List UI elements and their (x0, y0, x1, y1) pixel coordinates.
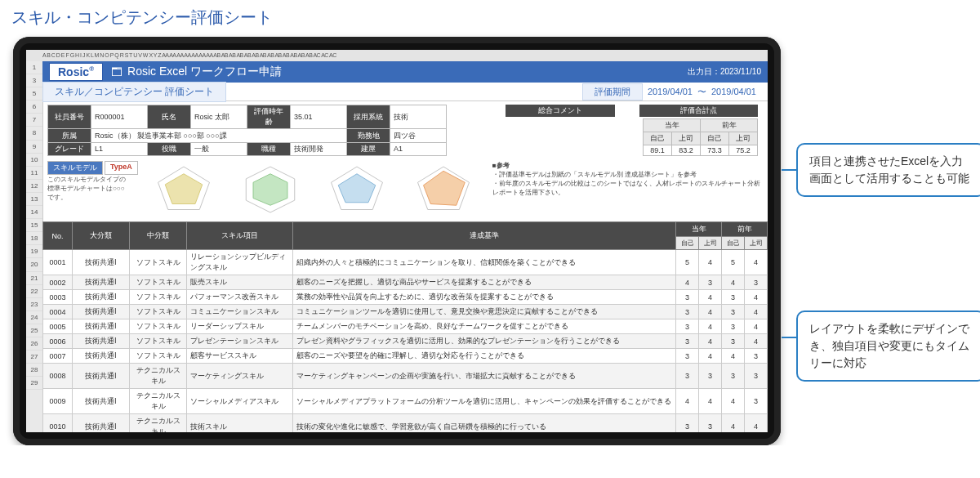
cell-criteria: チームメンバーのモチベーションを高め、良好なチームワークを促すことができる (293, 319, 676, 334)
cell-no: 0004 (43, 305, 73, 319)
table-row[interactable]: 0009技術共通Ⅰテクニカルスキルソーシャルメディアスキルソーシャルメディアプラ… (43, 389, 768, 414)
cell-prev-self[interactable]: 5 (722, 250, 745, 275)
cell-cur-boss[interactable]: 3 (699, 364, 722, 389)
cell-cur-boss[interactable]: 4 (699, 389, 722, 414)
table-row[interactable]: 0001技術共通Ⅰソフトスキルリレーションシップビルディングスキル組織内外の人々… (43, 250, 768, 275)
cell-prev-boss[interactable]: 3 (745, 364, 768, 389)
th-mid: 中分類 (130, 222, 187, 250)
svg-marker-3 (253, 174, 287, 206)
employee-table: 社員番号 R000001 氏名 Rosic 太郎 評価時年齢 35.01 採用系… (47, 105, 447, 156)
cell-criteria: ソーシャルメディアプラットフォームの分析ツールを適切に活用し、キャンペーンの効果… (293, 389, 676, 414)
cell-cur-self[interactable]: 4 (676, 275, 699, 290)
cell-prev-boss[interactable]: 4 (745, 250, 768, 275)
totals-prev-self: 73.3 (701, 145, 729, 156)
jobtype[interactable]: 技術開発 (291, 142, 347, 155)
cell-cur-boss[interactable]: 3 (699, 414, 722, 433)
cell-cur-self[interactable]: 3 (676, 334, 699, 349)
cell-cur-boss[interactable]: 4 (699, 319, 722, 334)
cell-cur-self[interactable]: 3 (676, 349, 699, 364)
dept-label: 所属 (48, 129, 91, 142)
table-row[interactable]: 0007技術共通Ⅰソフトスキル顧客サービススキル顧客のニーズや要望を的確に理解し… (43, 349, 768, 364)
cell-item: パフォーマンス改善スキル (187, 290, 293, 305)
emp-no-label: 社員番号 (48, 105, 91, 129)
cell-cur-boss[interactable]: 4 (699, 305, 722, 319)
age[interactable]: 35.01 (291, 105, 347, 129)
th-item: スキル項目 (187, 222, 293, 250)
cell-item: ソーシャルメディアスキル (187, 389, 293, 414)
cell-cur-self[interactable]: 4 (676, 389, 699, 414)
cell-prev-self[interactable]: 3 (722, 334, 745, 349)
cell-prev-boss[interactable]: 4 (745, 319, 768, 334)
period-label: 評価期間 (582, 83, 643, 101)
cell-cur-self[interactable]: 5 (676, 250, 699, 275)
cell-prev-self[interactable]: 3 (722, 364, 745, 389)
table-row[interactable]: 0008技術共通Ⅰテクニカルスキルマーケティングスキルマーケティングキャンペーン… (43, 364, 768, 389)
cell-prev-boss[interactable]: 4 (745, 290, 768, 305)
line[interactable]: 技術 (390, 105, 447, 129)
excel-column-header: A B C D E F G H I J K L M N O P Q R S T … (26, 50, 768, 62)
table-row[interactable]: 0005技術共通Ⅰソフトスキルリーダーシップスキルチームメンバーのモチベーション… (43, 319, 768, 334)
cell-cur-boss[interactable]: 3 (699, 275, 722, 290)
cell-item: リーダーシップスキル (187, 319, 293, 334)
cell-cur-boss[interactable]: 4 (699, 334, 722, 349)
cell-prev-boss[interactable]: 3 (745, 389, 768, 414)
cell-prev-boss[interactable]: 4 (745, 414, 768, 433)
cell-prev-self[interactable]: 3 (722, 319, 745, 334)
th-cur-self: 自己 (676, 237, 699, 250)
cell-cur-boss[interactable]: 4 (699, 290, 722, 305)
cell-cur-self[interactable]: 3 (676, 319, 699, 334)
totals-self2: 自己 (701, 132, 729, 145)
cell-no: 0002 (43, 275, 73, 290)
cell-prev-self[interactable]: 4 (722, 414, 745, 433)
th-cur: 当年 (676, 222, 722, 237)
cell-cur-boss[interactable]: 4 (699, 250, 722, 275)
cell-cur-boss[interactable]: 4 (699, 349, 722, 364)
bldg[interactable]: A1 (390, 142, 447, 155)
dept[interactable]: Rosic（株） 製造事業本部 ○○○部 ○○○課 (91, 129, 347, 142)
table-row[interactable]: 0006技術共通Ⅰソフトスキルプレゼンテーションスキルプレゼン資料やグラフィック… (43, 334, 768, 349)
loc[interactable]: 四ツ谷 (390, 129, 447, 142)
cell-major: 技術共通Ⅰ (73, 305, 130, 319)
cell-major: 技術共通Ⅰ (73, 349, 130, 364)
line-label: 採用系統 (347, 105, 390, 129)
role[interactable]: 一般 (191, 142, 247, 155)
grade[interactable]: L1 (91, 142, 148, 155)
tab-typea[interactable]: TypeA (105, 161, 138, 175)
totals-boss2: 上司 (729, 132, 758, 145)
table-row[interactable]: 0003技術共通Ⅰソフトスキルパフォーマンス改善スキル業務の効率性や品質を向上す… (43, 290, 768, 305)
cell-prev-self[interactable]: 4 (722, 389, 745, 414)
name[interactable]: Rosic 太郎 (191, 105, 247, 129)
cell-prev-boss[interactable]: 4 (745, 305, 768, 319)
skills-table[interactable]: No. 大分類 中分類 スキル項目 達成基準 当年 前年 自己 上司 自己 (42, 221, 768, 432)
app-title: 🗔 Rosic Excel ワークフロー申請 (111, 65, 688, 79)
cell-item: 販売スキル (187, 275, 293, 290)
period-to[interactable]: 2019/04/01 (711, 87, 756, 96)
th-cur-boss: 上司 (699, 237, 722, 250)
cell-prev-boss[interactable]: 3 (745, 349, 768, 364)
period-sep: 〜 (697, 86, 706, 98)
cell-cur-self[interactable]: 3 (676, 364, 699, 389)
cell-prev-boss[interactable]: 4 (745, 334, 768, 349)
radar-chart-3 (316, 161, 398, 218)
cell-prev-self[interactable]: 4 (722, 275, 745, 290)
jobtype-label: 職種 (247, 142, 291, 155)
role-label: 役職 (148, 142, 191, 155)
table-row[interactable]: 0004技術共通Ⅰソフトスキルコミュニケーションスキルコミュニケーションツールを… (43, 305, 768, 319)
table-row[interactable]: 0010技術共通Ⅰテクニカルスキル技術スキル技術の変化や進化に敏感で、学習意欲が… (43, 414, 768, 433)
cell-mid: テクニカルスキル (130, 389, 187, 414)
grade-label: グレード (48, 142, 91, 155)
cell-prev-boss[interactable]: 3 (745, 275, 768, 290)
cell-prev-self[interactable]: 3 (722, 305, 745, 319)
cell-cur-self[interactable]: 3 (676, 290, 699, 305)
cell-prev-self[interactable]: 3 (722, 290, 745, 305)
emp-no[interactable]: R000001 (91, 105, 148, 129)
cell-prev-self[interactable]: 4 (722, 349, 745, 364)
skills-table-wrap: 1 ペー No. 大分類 中分類 スキル項目 達成基準 当年 前年 (42, 221, 768, 432)
skill-model-tabs[interactable]: スキルモデル TypeA (47, 161, 138, 175)
cell-cur-self[interactable]: 3 (676, 414, 699, 433)
period-from[interactable]: 2019/04/01 (648, 87, 693, 96)
totals-prev-label: 前年 (701, 119, 758, 132)
table-row[interactable]: 0002技術共通Ⅰソフトスキル販売スキル顧客のニーズを把握し、適切な商品やサービ… (43, 275, 768, 290)
tab-skillmodel[interactable]: スキルモデル (47, 161, 103, 175)
cell-cur-self[interactable]: 3 (676, 305, 699, 319)
